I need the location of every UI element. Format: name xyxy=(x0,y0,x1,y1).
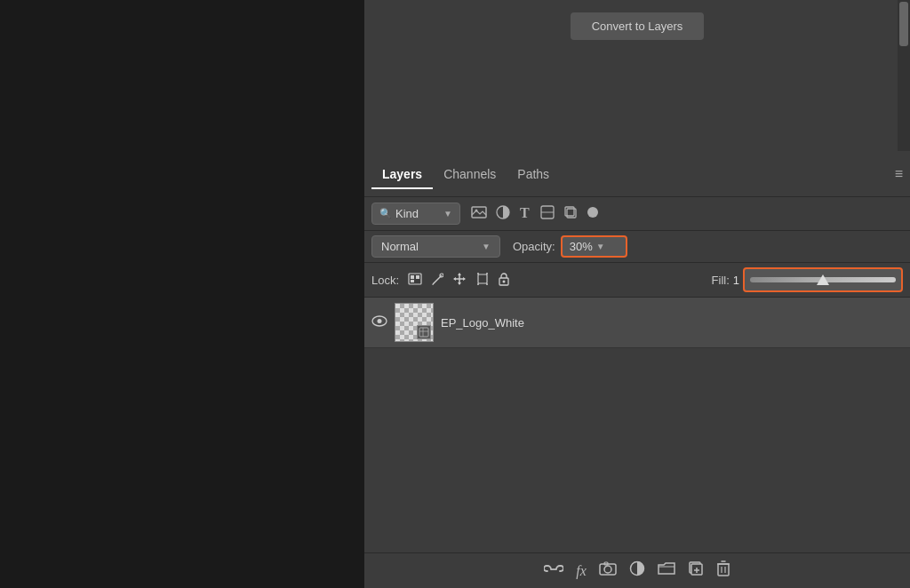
opacity-value: 30% xyxy=(570,240,593,253)
layers-list: EP_Logo_White xyxy=(364,298,910,552)
link-icon[interactable] xyxy=(544,561,563,580)
fill-value: 1 xyxy=(733,274,739,287)
fill-section: Fill: 1 xyxy=(712,267,903,292)
tab-channels[interactable]: Channels xyxy=(433,160,507,188)
blend-mode-chevron-icon: ▼ xyxy=(482,242,491,251)
kind-chevron-icon: ▼ xyxy=(443,209,452,219)
scrollbar-thumb xyxy=(899,2,908,46)
svg-rect-22 xyxy=(478,274,487,283)
shape-filter-icon[interactable] xyxy=(540,205,555,222)
svg-marker-18 xyxy=(458,273,461,275)
lock-image-icon[interactable] xyxy=(431,272,443,289)
fill-slider-thumb xyxy=(817,274,829,285)
lock-artboard-icon[interactable] xyxy=(475,272,490,289)
right-panel: Convert to Layers Layers Channels Paths … xyxy=(364,0,910,588)
new-layer-icon[interactable] xyxy=(688,560,704,581)
opacity-dropdown[interactable]: 30% ▼ xyxy=(561,235,627,258)
opacity-chevron-icon: ▼ xyxy=(596,242,605,251)
svg-rect-11 xyxy=(416,275,419,279)
adjustment-filter-icon[interactable] xyxy=(496,205,510,222)
tab-layers[interactable]: Layers xyxy=(371,160,433,188)
filter-icons: T xyxy=(471,205,599,222)
layers-panel: Layers Channels Paths ≡ 🔍 Kind ▼ xyxy=(364,151,910,588)
tabs-row: Layers Channels Paths ≡ xyxy=(364,151,910,197)
lock-label: Lock: xyxy=(371,274,399,287)
layer-visibility-icon[interactable] xyxy=(371,314,387,330)
svg-text:T: T xyxy=(520,205,530,219)
svg-rect-12 xyxy=(411,280,414,282)
search-icon: 🔍 xyxy=(379,208,392,219)
top-section: Convert to Layers xyxy=(364,0,910,151)
fx-icon[interactable]: fx xyxy=(576,563,587,579)
lock-icons-group xyxy=(408,272,509,289)
panel-menu-icon[interactable]: ≡ xyxy=(895,166,903,182)
smartobject-filter-icon[interactable] xyxy=(563,205,578,222)
mask-icon[interactable] xyxy=(599,561,617,580)
svg-rect-10 xyxy=(411,275,414,279)
circle-filter-icon[interactable] xyxy=(587,206,599,221)
kind-dropdown[interactable]: 🔍 Kind ▼ xyxy=(371,203,460,225)
folder-icon[interactable] xyxy=(658,561,675,580)
svg-marker-21 xyxy=(463,277,466,281)
convert-to-layers-button[interactable]: Convert to Layers xyxy=(571,12,705,40)
bottom-toolbar: fx xyxy=(364,552,910,588)
tab-paths[interactable]: Paths xyxy=(507,160,560,188)
svg-marker-20 xyxy=(453,277,456,281)
svg-point-36 xyxy=(604,566,611,573)
scrollbar-track[interactable] xyxy=(898,0,910,151)
canvas-area xyxy=(0,0,364,588)
fill-slider[interactable] xyxy=(743,267,903,292)
layer-name: EP_Logo_White xyxy=(441,316,903,330)
lock-position-icon[interactable] xyxy=(452,272,467,289)
svg-rect-31 xyxy=(419,328,428,337)
text-filter-icon[interactable]: T xyxy=(519,205,531,222)
svg-point-28 xyxy=(503,280,506,282)
blend-mode-value: Normal xyxy=(381,240,419,253)
fill-label: Fill: xyxy=(712,274,730,287)
layer-thumbnail xyxy=(395,303,434,342)
blend-row: Normal ▼ Opacity: 30% ▼ xyxy=(364,231,910,263)
lock-all-icon[interactable] xyxy=(499,272,509,289)
svg-rect-44 xyxy=(718,564,729,576)
svg-marker-19 xyxy=(458,282,461,285)
lock-row: Lock: xyxy=(364,263,910,298)
fill-slider-track xyxy=(750,277,896,282)
filter-row: 🔍 Kind ▼ xyxy=(364,197,910,231)
image-filter-icon[interactable] xyxy=(471,206,487,221)
delete-icon[interactable] xyxy=(716,560,730,581)
kind-label: Kind xyxy=(395,207,419,220)
svg-point-30 xyxy=(378,319,382,323)
svg-point-8 xyxy=(587,207,598,218)
lock-pixels-icon[interactable] xyxy=(408,273,422,288)
adjustment-layer-icon[interactable] xyxy=(629,560,645,581)
layer-item[interactable]: EP_Logo_White xyxy=(364,298,910,348)
blend-mode-dropdown[interactable]: Normal ▼ xyxy=(371,235,500,258)
layer-thumbnail-overlay xyxy=(417,325,431,339)
opacity-label: Opacity: xyxy=(513,240,555,253)
